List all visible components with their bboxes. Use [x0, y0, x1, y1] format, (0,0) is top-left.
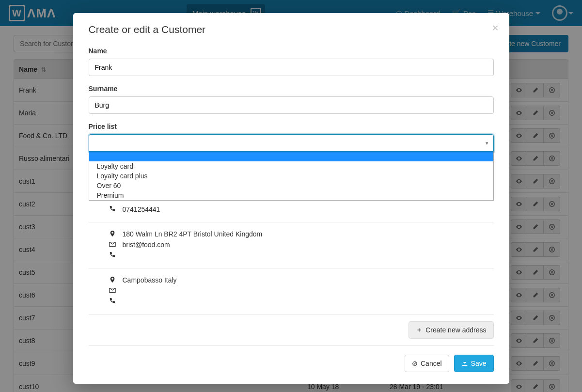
- create-address-button[interactable]: ＋ Create new address: [409, 321, 493, 339]
- phone-icon: [109, 205, 116, 214]
- address-text: 180 Walm Ln BR2 4PT Bristol United Kingd…: [123, 230, 263, 238]
- customer-modal: Create or edit a Customer × Name Surname…: [73, 13, 509, 384]
- modal-title: Create or edit a Customer: [89, 24, 494, 35]
- phone-icon: [109, 251, 116, 260]
- cancel-label: Cancel: [421, 360, 442, 367]
- pricelist-select[interactable]: [89, 134, 494, 152]
- name-label: Name: [89, 47, 494, 55]
- email-icon: [109, 241, 116, 249]
- save-icon: [461, 360, 468, 368]
- phone-icon: [109, 298, 116, 306]
- save-button[interactable]: Save: [454, 355, 494, 372]
- close-icon[interactable]: ×: [492, 22, 499, 34]
- email-text: brist@food.com: [123, 241, 170, 249]
- address-block: 180 Walm Ln BR2 4PT Bristol United Kingd…: [89, 222, 494, 268]
- create-address-label: Create new address: [425, 326, 486, 334]
- pricelist-label: Price list: [89, 123, 494, 130]
- location-icon: [109, 276, 116, 284]
- name-input[interactable]: [89, 59, 494, 76]
- cancel-button[interactable]: ⊘ Cancel: [405, 355, 449, 372]
- contact-phone: 0741254441: [123, 205, 160, 213]
- surname-input[interactable]: [89, 96, 494, 114]
- surname-label: Surname: [89, 85, 494, 93]
- pricelist-dropdown: Loyalty cardLoyalty card plusOver 60Prem…: [89, 152, 494, 201]
- pricelist-option[interactable]: Premium: [89, 190, 493, 200]
- plus-icon: ＋: [416, 326, 423, 334]
- modal-overlay: Create or edit a Customer × Name Surname…: [0, 0, 582, 392]
- address-text: Campobasso Italy: [123, 276, 177, 284]
- pricelist-option[interactable]: [89, 152, 493, 161]
- pricelist-option[interactable]: Loyalty card: [89, 161, 493, 171]
- cancel-icon: ⊘: [412, 360, 418, 367]
- save-label: Save: [471, 360, 487, 367]
- location-icon: [109, 230, 116, 238]
- pricelist-option[interactable]: Loyalty card plus: [89, 171, 493, 181]
- email-icon: [109, 287, 116, 295]
- pricelist-option[interactable]: Over 60: [89, 181, 493, 190]
- address-block: Campobasso Italy: [89, 268, 494, 314]
